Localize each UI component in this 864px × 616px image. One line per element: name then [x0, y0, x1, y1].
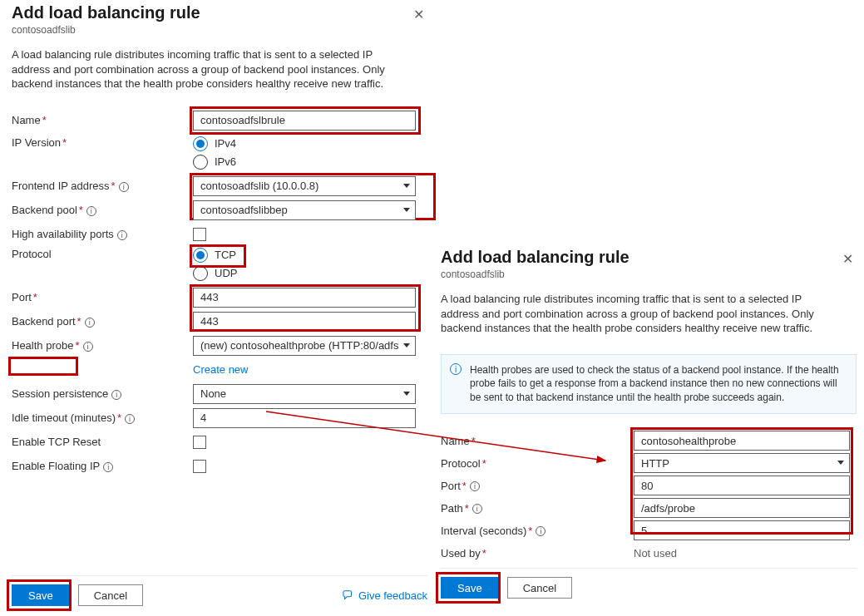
- backend-pool-select[interactable]: contosoadfslibbep: [193, 200, 416, 220]
- name-input[interactable]: [193, 111, 416, 131]
- label-hp-name: Name*: [441, 435, 634, 447]
- create-new-link[interactable]: Create new: [193, 363, 248, 376]
- label-session-persistence: Session persistencei: [12, 387, 193, 400]
- ha-ports-checkbox[interactable]: [193, 228, 206, 241]
- panel-title: Add load balancing rule: [12, 3, 200, 22]
- close-icon[interactable]: ✕: [410, 3, 427, 26]
- info-icon[interactable]: i: [86, 206, 96, 216]
- info-icon[interactable]: i: [119, 182, 129, 192]
- close-icon[interactable]: ✕: [839, 248, 857, 270]
- info-icon[interactable]: i: [125, 414, 135, 424]
- tcp-reset-checkbox[interactable]: [193, 436, 206, 449]
- panel-description: A load balancing rule distributes incomi…: [12, 47, 411, 91]
- label-hp-protocol: Protocol*: [441, 457, 634, 470]
- frontend-ip-select[interactable]: contosoadfslib (10.0.0.8): [193, 176, 416, 196]
- label-hp-used-by: Used by*: [441, 547, 634, 559]
- save-button[interactable]: Save: [12, 584, 70, 606]
- radio-udp[interactable]: UDP: [193, 266, 237, 281]
- floating-ip-checkbox[interactable]: [193, 460, 206, 473]
- label-hp-path: Path*i: [441, 502, 634, 515]
- idle-timeout-input[interactable]: [193, 408, 416, 428]
- label-protocol: Protocol: [12, 248, 193, 260]
- panel-subtitle: contosoadfslib: [12, 24, 200, 36]
- info-icon[interactable]: i: [103, 462, 113, 472]
- panel-subtitle: contosoadfslib: [441, 269, 629, 280]
- label-hp-interval: Interval (seconds)*i: [441, 525, 634, 537]
- label-hp-port: Port*i: [441, 480, 634, 492]
- panel-description: A load balancing rule distributes incomi…: [441, 292, 840, 336]
- backend-port-input[interactable]: [193, 312, 416, 332]
- hp-protocol-select[interactable]: HTTP: [634, 453, 850, 473]
- label-ip-version: IP Version*: [12, 136, 193, 149]
- port-input[interactable]: [193, 288, 416, 308]
- hp-path-input[interactable]: [634, 498, 850, 518]
- info-icon: i: [450, 363, 462, 375]
- give-feedback-link[interactable]: Give feedback: [343, 589, 427, 602]
- info-banner: i Health probes are used to check the st…: [441, 354, 857, 414]
- health-probe-select[interactable]: (new) contosohealthprobe (HTTP:80/adfs/p…: [193, 336, 416, 356]
- info-icon[interactable]: i: [536, 526, 546, 536]
- info-icon[interactable]: i: [470, 481, 480, 491]
- cancel-button[interactable]: Cancel: [78, 584, 143, 606]
- label-port: Port*: [12, 291, 193, 303]
- session-persistence-select[interactable]: None: [193, 384, 416, 404]
- radio-ipv4[interactable]: IPv4: [193, 136, 236, 151]
- label-health-probe: Health probe*i: [12, 339, 193, 352]
- hp-used-by-value: Not used: [634, 547, 677, 559]
- hp-name-input[interactable]: [634, 431, 850, 451]
- info-icon[interactable]: i: [472, 504, 482, 514]
- save-button[interactable]: Save: [441, 577, 499, 599]
- label-idle-timeout: Idle timeout (minutes)*i: [12, 411, 193, 424]
- radio-tcp[interactable]: TCP: [193, 248, 236, 263]
- info-icon[interactable]: i: [111, 390, 121, 400]
- label-ha-ports: High availability portsi: [12, 228, 193, 240]
- info-icon[interactable]: i: [117, 230, 127, 240]
- label-name: Name*: [12, 114, 193, 126]
- label-backend-port: Backend port*i: [12, 315, 193, 328]
- hp-interval-input[interactable]: [634, 520, 850, 540]
- label-tcp-reset: Enable TCP Reset: [12, 436, 193, 448]
- panel-title: Add load balancing rule: [441, 248, 629, 267]
- cancel-button[interactable]: Cancel: [507, 577, 572, 599]
- feedback-icon: [343, 589, 354, 601]
- info-icon[interactable]: i: [85, 318, 95, 328]
- label-backend-pool: Backend pool*i: [12, 204, 193, 216]
- label-floating-ip: Enable Floating IPi: [12, 460, 193, 472]
- radio-ipv6[interactable]: IPv6: [193, 155, 236, 170]
- label-frontend-ip: Frontend IP address*i: [12, 180, 193, 192]
- info-icon[interactable]: i: [83, 342, 93, 352]
- hp-port-input[interactable]: [634, 476, 850, 495]
